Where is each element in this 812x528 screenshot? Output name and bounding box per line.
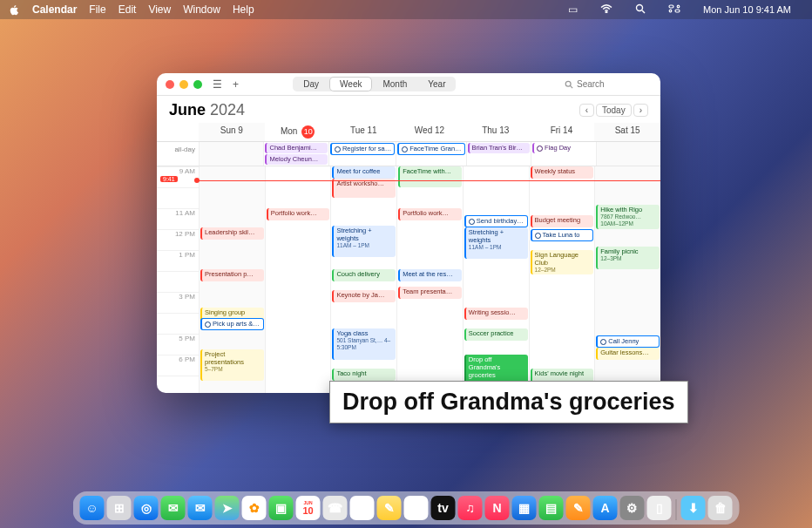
search-input[interactable] <box>577 79 638 89</box>
day-column[interactable]: Hike with Rigo7867 Redwoo… 10AM–12PMFami… <box>594 166 660 393</box>
dock-app-keynote[interactable]: ▦ <box>512 496 537 520</box>
calendar-event[interactable]: Project presentations5–7PM <box>200 349 264 381</box>
event-title: Singing group <box>205 308 245 316</box>
menu-help[interactable]: Help <box>233 3 254 16</box>
calendar-event[interactable]: Stretching + weights11AM – 1PM <box>332 226 396 257</box>
dock-app-trash[interactable]: 🗑 <box>708 496 733 520</box>
allday-event[interactable]: Chad Benjami… <box>265 143 327 153</box>
calendar-event[interactable]: Portfolio work… <box>267 208 330 220</box>
calendar-event[interactable]: Team presenta… <box>398 287 462 299</box>
dock-app-maps[interactable]: ➤ <box>215 496 240 520</box>
dock-app-mail[interactable]: ✉ <box>188 496 213 520</box>
calendar-event[interactable]: Guitar lessons… <box>596 348 660 360</box>
view-day[interactable]: Day <box>293 77 329 91</box>
minimize-button[interactable] <box>179 80 188 89</box>
menu-window[interactable]: Window <box>183 3 220 16</box>
calendar-event[interactable]: Stretching + weights11AM – 1PM <box>464 227 528 259</box>
allday-event[interactable]: FaceTime Gran… <box>397 143 464 155</box>
view-year[interactable]: Year <box>417 77 456 91</box>
zoom-button[interactable] <box>193 80 202 89</box>
calendar-event[interactable]: Artist worksho… <box>332 179 396 198</box>
dock-app-safari[interactable]: ◎ <box>134 496 159 520</box>
view-week[interactable]: Week <box>329 77 372 91</box>
allday-event[interactable]: Register for sa… <box>330 143 395 155</box>
calendar-event[interactable]: Couch delivery <box>332 269 396 281</box>
dock-app-reminders[interactable]: ☰ <box>350 496 375 520</box>
view-month[interactable]: Month <box>372 77 417 91</box>
calendar-event[interactable]: Budget meeting <box>531 215 594 227</box>
calendar-event[interactable]: Take Luna to th… <box>531 229 594 241</box>
time-grid[interactable]: 9:41 9 AM11 AM12 PM1 PM3 PM5 PM6 PMLeade… <box>157 166 660 393</box>
close-button[interactable] <box>166 80 174 89</box>
calendar-event[interactable]: Keynote by Ja… <box>332 290 396 302</box>
day-header-wed: Wed 12 <box>396 123 463 141</box>
dock-app-settings[interactable]: ⚙ <box>620 496 645 520</box>
next-week-button[interactable]: › <box>633 104 648 117</box>
dock-app-freeform[interactable]: ✦ <box>404 496 429 520</box>
day-column[interactable]: Leadership skil…Presentation p…Singing g… <box>199 166 265 393</box>
calendar-event[interactable]: Hike with Rigo7867 Redwoo… 10AM–12PM <box>596 205 660 229</box>
menu-view[interactable]: View <box>148 3 171 16</box>
dock-app-launchpad[interactable]: ⊞ <box>107 496 132 520</box>
calendar-event[interactable]: Yoga class501 Stanyan St,… 4–5:30PM <box>332 328 396 360</box>
dock-app-finder[interactable]: ☺ <box>80 496 105 520</box>
calendar-event[interactable]: Taco night <box>332 369 396 381</box>
menubar-app-name[interactable]: Calendar <box>32 3 77 16</box>
dock-app-tv[interactable]: tv <box>431 496 456 520</box>
dock-app-photos[interactable]: ✿ <box>242 496 267 520</box>
calendar-event[interactable]: Weekly status <box>531 166 594 179</box>
dock-app-music[interactable]: ♫ <box>458 496 483 520</box>
calendar-event[interactable]: Presentation p… <box>200 269 264 281</box>
dock-app-messages[interactable]: ✉ <box>161 496 186 520</box>
dock-app-calendar[interactable]: JUN10 <box>296 496 321 520</box>
calendar-event[interactable]: Sign Language Club12–2PM <box>531 250 594 274</box>
control-center-icon[interactable] <box>668 3 680 16</box>
event-title: Budget meeting <box>535 216 581 224</box>
calendar-event[interactable]: FaceTime with… <box>398 166 462 187</box>
day-column[interactable]: Meet for coffeeArtist worksho…Stretching… <box>330 166 396 393</box>
dock-app-pages[interactable]: ✎ <box>566 496 591 520</box>
svg-point-1 <box>637 4 643 10</box>
dock-app-facetime[interactable]: ▣ <box>269 496 294 520</box>
calendars-toggle-icon[interactable]: ☰ <box>213 78 222 91</box>
calendar-event[interactable]: Leadership skil… <box>200 227 264 240</box>
dock-app-numbers[interactable]: ▤ <box>539 496 564 520</box>
event-title: Team presenta… <box>403 288 452 295</box>
calendar-event[interactable]: Meet at the res… <box>398 269 462 281</box>
day-header-sun: Sun 9 <box>199 123 265 141</box>
calendar-event[interactable]: Send birthday… <box>464 215 528 227</box>
clock[interactable]: Mon Jun 10 9:41 AM <box>703 4 791 15</box>
allday-event[interactable]: Flag Day <box>532 143 594 153</box>
day-column[interactable]: Send birthday…Stretching + weights11AM –… <box>463 166 529 393</box>
dock-app-news[interactable]: N <box>485 496 510 520</box>
calendar-event[interactable]: Meet for coffee <box>332 166 396 179</box>
calendar-event[interactable]: Family picnic12–3PM <box>596 247 660 269</box>
dock-app-notes[interactable]: ✎ <box>377 496 402 520</box>
calendar-event[interactable]: Writing sessio… <box>464 308 528 320</box>
dock-app-iphone[interactable]: ▯ <box>647 496 672 520</box>
calendar-event[interactable]: Portfolio work… <box>398 208 462 220</box>
day-header-mon: Mon 10 <box>265 123 331 141</box>
allday-event[interactable]: Melody Cheun… <box>265 154 327 165</box>
day-column[interactable]: Portfolio work… <box>265 166 331 393</box>
menu-edit[interactable]: Edit <box>118 3 137 16</box>
day-column[interactable]: FaceTime with…Portfolio work…Meet at the… <box>396 166 463 393</box>
search-field[interactable] <box>565 79 652 89</box>
dock-app-downloads[interactable]: ⬇ <box>681 496 706 520</box>
wifi-icon[interactable] <box>600 3 612 16</box>
add-event-icon[interactable]: + <box>233 78 239 91</box>
event-subtitle: 7867 Redwoo… 10AM–12PM <box>600 213 657 227</box>
allday-event[interactable]: Brian Tran's Bir… <box>468 143 530 153</box>
menu-file[interactable]: File <box>89 3 105 16</box>
spotlight-icon[interactable] <box>635 3 646 17</box>
dock-app-contacts[interactable]: ☎ <box>323 496 348 520</box>
prev-week-button[interactable]: ‹ <box>579 104 594 117</box>
today-button[interactable]: Today <box>596 104 632 117</box>
calendar-event[interactable]: Pick up arts &… <box>200 318 264 330</box>
calendar-event[interactable]: Call Jenny <box>596 335 660 348</box>
event-title: Hike with Rigo <box>600 206 642 213</box>
calendar-event[interactable]: Soccer practice <box>464 328 528 341</box>
dock-app-appstore[interactable]: A <box>593 496 618 520</box>
day-column[interactable]: Weekly statusBudget meetingTake Luna to … <box>529 166 595 393</box>
battery-icon[interactable]: ▭ <box>568 3 578 16</box>
